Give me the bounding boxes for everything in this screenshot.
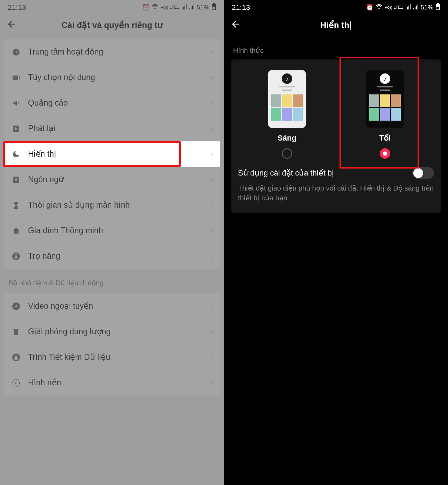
status-bar: 21:13 ⏰ Vo)) LTE1 51% [224,0,448,15]
megaphone-icon [10,98,22,109]
appearance-section-title: Hình thức [224,36,448,59]
device-settings-label: Sử dụng cài đặt của thiết bị [238,169,412,178]
language-icon: A [10,174,22,185]
video-icon [10,72,22,83]
item-accessibility[interactable]: Trợ năng › [4,243,220,269]
status-time: 21:13 [8,3,26,12]
cache-card: Video ngoại tuyến › Giải phóng dung lượn… [4,293,220,395]
section-cache-title: Bộ nhớ đệm & Dữ liệu di động [0,272,224,290]
signal-icon [181,4,187,11]
chevron-right-icon: › [211,124,214,133]
battery-icon [435,3,440,12]
chevron-right-icon: › [211,378,214,387]
page-title: Cài đặt và quyền riêng tư [0,20,224,30]
appearance-card: ♪ Sáng ♪ [231,59,441,213]
chevron-right-icon: › [211,99,214,108]
item-wallpaper[interactable]: Hình nền › [4,370,220,395]
chevron-right-icon: › [211,327,214,336]
clock-icon [10,47,22,58]
chevron-right-icon: › [211,175,214,184]
back-button[interactable] [230,19,241,32]
alarm-icon: ⏰ [142,3,149,11]
chevron-right-icon: › [211,150,214,159]
item-content-prefs[interactable]: Tùy chọn nội dung › [4,65,220,90]
item-label: Thời gian sử dụng màn hình [28,200,211,210]
item-label: Trợ năng [28,251,211,261]
item-label: Phát lại [28,124,211,133]
item-screentime[interactable]: Thời gian sử dụng màn hình › [4,192,220,218]
svg-point-5 [15,254,17,255]
item-playback[interactable]: Phát lại › [4,116,220,141]
status-bar: 21:13 ⏰ Vo)) LTE1 51% [0,0,224,15]
home-icon [10,225,22,236]
item-label: Ngôn ngữ [28,175,211,184]
header: Cài đặt và quyền riêng tư [0,15,224,36]
chevron-right-icon: › [211,353,214,362]
device-settings-toggle[interactable] [412,167,434,179]
device-settings-desc: Thiết đặt giao diện phù hợp với cài đặt … [231,181,441,203]
back-button[interactable] [6,19,17,32]
lte-label: Vo)) LTE1 [385,5,403,10]
highlight-dark-option [340,57,419,169]
tiktok-icon: ♪ [282,73,292,84]
highlight-display-row [3,141,181,167]
item-label: Quảng cáo [28,98,211,108]
status-icons: ⏰ Vo)) LTE1 51% [142,3,216,12]
chevron-right-icon: › [211,48,214,57]
theme-light[interactable]: ♪ Sáng [259,70,315,159]
hourglass-icon [10,200,22,211]
display-panel: 21:13 ⏰ Vo)) LTE1 51% Hiển thị Hình thức [224,0,448,485]
item-language[interactable]: A Ngôn ngữ › [4,167,220,192]
radio-light[interactable] [282,148,292,159]
trash-icon [10,326,22,337]
signal-icon-2 [189,4,195,11]
item-label: Trung tâm hoạt động [28,47,211,57]
item-label: Hình nền [28,378,211,387]
item-label: Gia đình Thông minh [28,226,211,235]
status-time: 21:13 [232,3,250,12]
signal-icon [405,4,411,11]
page-title: Hiển thị [224,20,448,30]
item-activity-center[interactable]: Trung tâm hoạt động › [4,39,220,65]
chevron-right-icon: › [211,252,214,261]
item-offline-video[interactable]: Video ngoại tuyến › [4,293,220,319]
chevron-right-icon: › [211,226,214,235]
wallpaper-icon [10,377,22,388]
item-free-storage[interactable]: Giải phóng dung lượng › [4,319,220,344]
chevron-right-icon: › [211,73,214,82]
download-icon [10,301,22,312]
accessibility-icon [10,251,22,262]
svg-text:A: A [14,177,18,183]
alarm-icon: ⏰ [366,3,373,11]
settings-panel: 21:13 ⏰ Vo)) LTE1 51% Cài đặt và quyền r… [0,0,224,485]
lte-label: Vo)) LTE1 [161,5,179,10]
item-label: Video ngoại tuyến [28,301,211,311]
chevron-right-icon: › [211,201,214,210]
drop-icon [10,352,22,363]
chevron-right-icon: › [211,302,214,311]
play-icon [10,123,22,134]
item-family[interactable]: Gia đình Thông minh › [4,218,220,243]
item-label: Trình Tiết kiệm Dữ liệu [28,352,211,362]
item-ads[interactable]: Quảng cáo › [4,90,220,116]
battery-label: 51% [421,4,433,11]
item-data-saver[interactable]: Trình Tiết kiệm Dữ liệu › [4,344,220,370]
item-label: Tùy chọn nội dung [28,73,211,82]
item-label: Giải phóng dung lượng [28,327,211,336]
battery-label: 51% [197,4,209,11]
theme-light-preview: ♪ [268,70,306,128]
status-icons: ⏰ Vo)) LTE1 51% [366,3,440,12]
header: Hiển thị [224,15,448,36]
wifi-icon [376,4,383,11]
theme-light-label: Sáng [278,134,296,143]
battery-icon [211,3,216,12]
wifi-icon [152,4,159,11]
signal-icon-2 [413,4,419,11]
